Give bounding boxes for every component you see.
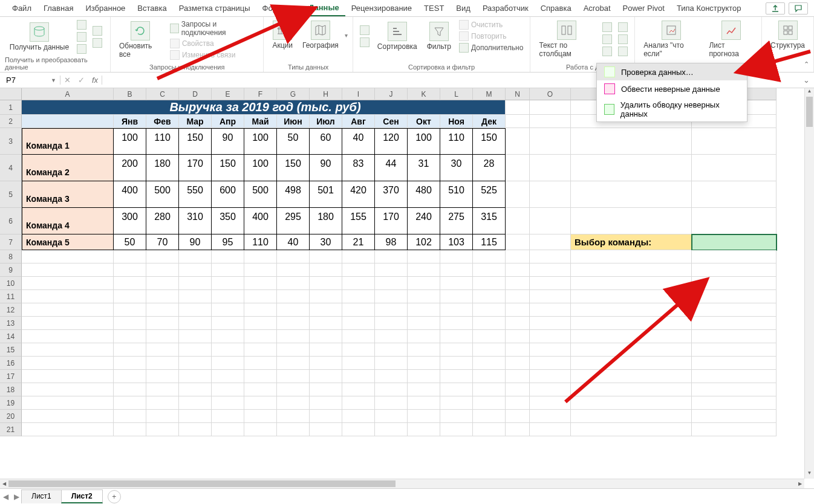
cell[interactable] [375,290,408,303]
cell[interactable] [179,343,212,357]
cell[interactable] [342,263,375,277]
sheet-tab[interactable]: Лист2 [61,489,103,503]
cell[interactable] [440,396,473,410]
cell[interactable] [277,317,310,330]
cell[interactable] [530,343,571,357]
cell[interactable] [692,357,777,370]
cell[interactable] [22,250,114,263]
consolidate-button[interactable] [616,22,630,33]
cell[interactable] [114,343,146,357]
data-cell[interactable]: 600 [212,181,244,208]
team-label[interactable]: Команда 5 [22,234,114,250]
cell[interactable] [146,290,179,303]
cell[interactable] [408,277,440,290]
cell[interactable] [310,317,342,330]
cell[interactable] [692,181,777,208]
month-header[interactable]: Авг [342,115,375,128]
cell[interactable] [506,128,530,155]
collapse-ribbon-button[interactable]: ⌃ [804,60,809,68]
cell[interactable] [506,303,530,317]
cell[interactable] [212,423,244,436]
cell[interactable] [277,263,310,277]
cell[interactable] [408,343,440,357]
whatif-button[interactable]: Анализ "что если" [640,19,703,59]
cell[interactable] [506,343,530,357]
select-team-cell[interactable] [692,234,777,250]
cell[interactable] [22,423,114,436]
cell[interactable] [473,357,506,370]
cell[interactable] [212,330,244,343]
cell[interactable] [114,370,146,383]
cell[interactable] [571,277,692,290]
cell[interactable] [342,383,375,396]
data-cell[interactable]: 44 [375,155,408,181]
data-cell[interactable]: 500 [146,181,179,208]
cell[interactable] [179,383,212,396]
row-header[interactable]: 18 [0,383,22,396]
text-to-columns-button[interactable]: Текст по столбцам [535,19,598,59]
data-cell[interactable]: 240 [408,208,440,234]
team-label[interactable]: Команда 4 [22,208,114,234]
cell[interactable] [440,383,473,396]
cell[interactable] [212,343,244,357]
cell[interactable] [530,234,571,250]
sheet-nav-next[interactable]: ▶ [11,493,22,501]
data-cell[interactable]: 150 [473,128,506,155]
cell[interactable] [179,357,212,370]
cell[interactable] [310,303,342,317]
data-cell[interactable]: 275 [440,208,473,234]
data-cell[interactable]: 510 [440,181,473,208]
cell[interactable] [408,383,440,396]
data-cell[interactable]: 180 [146,155,179,181]
cell[interactable] [375,357,408,370]
cell[interactable] [244,277,277,290]
data-cell[interactable]: 310 [179,208,212,234]
column-header[interactable]: K [408,88,440,100]
cell[interactable] [114,250,146,263]
cell[interactable] [473,263,506,277]
cell[interactable] [114,410,146,423]
cell[interactable] [179,396,212,410]
refresh-all-button[interactable]: Обновить все [116,20,166,60]
cell[interactable] [375,343,408,357]
data-cell[interactable]: 100 [244,155,277,181]
sort-desc-button[interactable] [358,37,371,48]
cell[interactable] [506,234,530,250]
row-header[interactable]: 4 [0,155,22,181]
share-button[interactable] [766,2,785,15]
data-cell[interactable]: 110 [244,234,277,250]
cell[interactable] [440,263,473,277]
cell[interactable] [342,303,375,317]
cell[interactable] [571,396,692,410]
cell[interactable] [530,181,571,208]
data-cell[interactable]: 170 [375,208,408,234]
cell[interactable] [244,410,277,423]
stocks-button[interactable]: Акции [269,19,296,51]
cell[interactable] [212,383,244,396]
cell[interactable] [179,330,212,343]
cell[interactable] [22,370,114,383]
data-cell[interactable]: 21 [342,234,375,250]
cell[interactable] [244,263,277,277]
cell[interactable] [114,290,146,303]
cell[interactable] [375,370,408,383]
row-header[interactable]: 15 [0,343,22,357]
cell[interactable] [571,317,692,330]
cell[interactable] [22,330,114,343]
data-cell[interactable]: 315 [473,208,506,234]
column-header[interactable]: I [342,88,375,100]
cell[interactable] [530,250,571,263]
cell[interactable] [375,410,408,423]
cell[interactable] [375,250,408,263]
data-cell[interactable]: 30 [440,155,473,181]
cell[interactable] [571,290,692,303]
cell[interactable] [22,396,114,410]
cell[interactable] [692,343,777,357]
cell[interactable] [440,423,473,436]
cell[interactable] [146,330,179,343]
cell[interactable] [571,303,692,317]
cell[interactable] [506,423,530,436]
cell[interactable] [342,410,375,423]
cell[interactable] [506,277,530,290]
cell[interactable] [342,250,375,263]
